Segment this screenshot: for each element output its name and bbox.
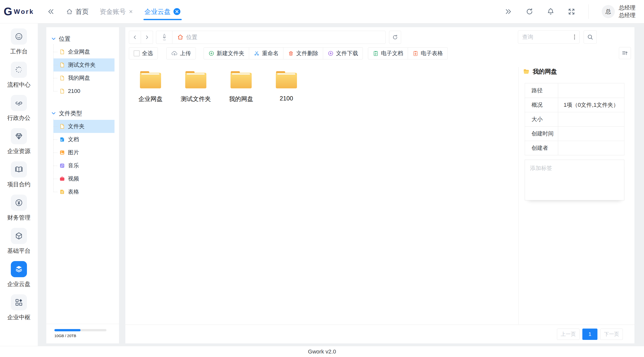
details-panel: 我的网盘 路径 概况 1项（0文件,1文件夹） 大小 创建时间 创建者 [523, 67, 631, 200]
select-all-checkbox[interactable] [134, 50, 140, 56]
rocket-top-icon: TOP [161, 33, 168, 41]
new-folder-button[interactable]: 新建文件夹 [204, 47, 249, 59]
scissors-icon [254, 50, 260, 56]
file-icon [59, 62, 65, 68]
tree-item-music-type[interactable]: 音乐 [53, 159, 115, 172]
close-icon[interactable] [128, 9, 133, 14]
breadcrumb-label: 位置 [186, 33, 197, 41]
go-top-button[interactable]: TOP [156, 31, 172, 44]
tree-item-image-type[interactable]: 图片 [53, 146, 115, 159]
rename-button[interactable]: 重命名 [249, 47, 283, 59]
rail-item-project-contracts[interactable]: 项目合约 [7, 161, 30, 188]
sheet-icon [59, 189, 65, 195]
breadcrumb[interactable]: 位置 [172, 33, 197, 41]
button-label: 电子文档 [381, 50, 403, 57]
row-value [558, 112, 624, 126]
word-doc-icon: w [59, 137, 65, 142]
rail-item-base-platform[interactable]: 基础平台 [7, 228, 30, 255]
forward-button[interactable] [141, 31, 153, 44]
folder-tile-my-drive[interactable]: 我的网盘 [218, 70, 264, 103]
app-footer: Gwork v2.0 [0, 346, 644, 357]
history-nav [129, 31, 153, 44]
infinity-icon [15, 99, 23, 107]
row-label: 路径 [525, 83, 558, 98]
list-view-icon [622, 50, 628, 56]
cloud-upload-icon [171, 50, 178, 57]
download-button[interactable]: 文件下载 [323, 47, 363, 59]
folder-icon [184, 70, 207, 89]
tab-label: 企业云盘 [144, 7, 171, 16]
user-name-line2: 总经理 [619, 12, 635, 19]
details-header: 我的网盘 [523, 67, 631, 76]
rail-item-process-center[interactable]: 流程中心 [7, 62, 30, 89]
rail-label: 基础平台 [7, 247, 30, 255]
tree-item-my-drive[interactable]: 我的网盘 [53, 72, 115, 85]
folder-tile-enterprise-drive[interactable]: 企业网盘 [128, 70, 173, 103]
view-mode-toggle-button[interactable] [619, 47, 631, 59]
reload-folder-button[interactable] [389, 31, 401, 44]
page-number[interactable]: 1 [582, 329, 597, 340]
tree-item-test-folder[interactable]: 测试文件夹 [53, 58, 115, 72]
delete-button[interactable]: 文件删除 [283, 47, 323, 59]
back-button[interactable] [129, 31, 141, 44]
open-book-icon [15, 165, 23, 174]
table-row: 创建者 [525, 141, 624, 155]
close-circle-icon[interactable] [173, 8, 181, 15]
refresh-button[interactable] [525, 8, 534, 16]
rail-label: 财务管理 [7, 214, 30, 222]
fullscreen-button[interactable] [568, 8, 575, 15]
edoc-button[interactable]: 电子文档 [368, 47, 408, 59]
select-all-button[interactable]: 全选 [129, 47, 158, 59]
search-input[interactable] [518, 30, 580, 44]
tab-home[interactable]: 首页 [66, 0, 89, 23]
tree-item-doc-type[interactable]: w 文档 [53, 133, 115, 146]
tree-item-enterprise-drive[interactable]: 企业网盘 [53, 45, 115, 58]
rail-label: 行政办公 [7, 114, 30, 122]
notifications-button[interactable] [547, 8, 555, 16]
tree-item-2100[interactable]: 2100 [53, 85, 115, 98]
row-value: 1项（0文件,1文件夹） [558, 98, 624, 112]
rail-item-cloud-drive[interactable]: 企业云盘 [7, 261, 30, 288]
add-tag-input[interactable] [525, 160, 624, 200]
pagination: 上一页 1 下一页 [125, 325, 634, 343]
upload-button[interactable]: 上传 [166, 47, 196, 59]
download-circle-icon [328, 50, 334, 56]
tree-item-folder-type[interactable]: 文件夹 [53, 120, 115, 133]
storage-progress-fill [54, 329, 81, 331]
home-icon [66, 8, 73, 15]
button-label: 新建文件夹 [217, 50, 244, 57]
tab-funds-account[interactable]: 资金账号 [100, 0, 133, 23]
folder-icon [275, 70, 298, 89]
search-button[interactable] [584, 30, 597, 44]
rail-item-enterprise-resources[interactable]: 企业资源 [7, 128, 30, 155]
e-document-icon [373, 50, 379, 56]
kebab-menu-icon[interactable] [572, 34, 577, 40]
tree-panel: 位置 企业网盘 测试文件夹 我的网盘 2100 [46, 27, 119, 343]
table-row: 概况 1项（0文件,1文件夹） [525, 98, 624, 112]
row-label: 大小 [525, 112, 558, 126]
chevron-left-icon [132, 35, 137, 40]
folder-tile-test-folder[interactable]: 测试文件夹 [173, 70, 218, 103]
user-menu[interactable]: 总 总经理 总经理 [602, 4, 635, 19]
tree-item-sheet-type[interactable]: 表格 [53, 185, 115, 198]
file-icon [59, 75, 65, 81]
yen-circle-icon [15, 198, 23, 207]
collapse-tabs-button[interactable] [47, 8, 55, 16]
expand-tabs-button[interactable] [504, 8, 512, 16]
tree-item-video-type[interactable]: 视频 [53, 172, 115, 185]
row-value [558, 141, 624, 155]
tree-item-label: 音乐 [68, 162, 79, 169]
file-type-section-header[interactable]: 文件类型 [46, 109, 119, 118]
tab-cloud-drive[interactable]: 企业云盘 [144, 0, 181, 23]
esheet-button[interactable]: 电子表格 [408, 47, 448, 59]
next-page-button[interactable]: 下一页 [600, 329, 623, 340]
footer-version: Gwork v2.0 [308, 348, 336, 355]
rail-item-enterprise-hub[interactable]: 企业中枢 [7, 294, 30, 321]
prev-page-button[interactable]: 上一页 [557, 329, 580, 340]
location-section-header[interactable]: 位置 [46, 34, 119, 43]
rail-item-finance[interactable]: 财务管理 [7, 195, 30, 222]
rail-item-admin-office[interactable]: 行政办公 [7, 95, 30, 122]
button-label: 上传 [180, 50, 191, 57]
folder-tile-2100[interactable]: 2100 [264, 70, 309, 103]
rail-item-workbench[interactable]: 工作台 [10, 28, 28, 55]
